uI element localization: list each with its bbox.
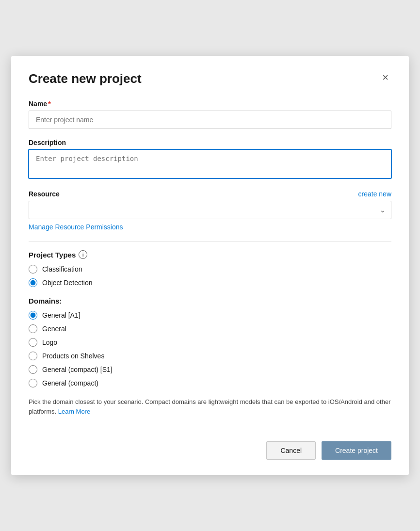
radio-item-general-compact-s1[interactable]: General (compact) [S1] [29, 365, 391, 374]
learn-more-link[interactable]: Learn More [58, 408, 90, 415]
resource-label: Resource [29, 190, 60, 198]
create-new-link[interactable]: create new [358, 190, 391, 198]
divider-1 [29, 241, 391, 241]
radio-general-a1[interactable] [29, 311, 37, 320]
radio-item-general-a1[interactable]: General [A1] [29, 311, 391, 320]
radio-item-logo[interactable]: Logo [29, 338, 391, 347]
dialog-title: Create new project [29, 71, 142, 86]
radio-logo[interactable] [29, 338, 37, 347]
hint-text: Pick the domain closest to your scenario… [29, 397, 391, 416]
name-input[interactable] [29, 111, 391, 129]
radio-general-compact[interactable] [29, 379, 37, 387]
resource-select-wrapper: ⌄ [29, 201, 391, 219]
dialog-header: Create new project × [29, 71, 391, 86]
close-button[interactable]: × [379, 71, 391, 84]
radio-products-on-shelves[interactable] [29, 352, 37, 360]
project-types-section: Project Types i Classification Object De… [29, 250, 391, 287]
name-field-group: Name* [29, 100, 391, 129]
project-types-title: Project Types i [29, 250, 391, 259]
radio-item-classification[interactable]: Classification [29, 265, 391, 274]
cancel-button[interactable]: Cancel [266, 441, 316, 460]
create-project-dialog: Create new project × Name* Description R… [11, 56, 409, 475]
project-types-radio-group: Classification Object Detection [29, 265, 391, 287]
object-detection-label: Object Detection [42, 279, 93, 287]
resource-header: Resource create new [29, 190, 391, 198]
radio-object-detection[interactable] [29, 278, 37, 287]
resource-select[interactable] [29, 201, 391, 219]
description-input[interactable] [29, 149, 391, 178]
radio-item-general[interactable]: General [29, 324, 391, 333]
general-compact-s1-label: General (compact) [S1] [42, 366, 113, 373]
radio-item-general-compact[interactable]: General (compact) [29, 379, 391, 387]
create-project-button[interactable]: Create project [322, 441, 391, 460]
radio-item-object-detection[interactable]: Object Detection [29, 278, 391, 287]
description-label: Description [29, 139, 391, 146]
dialog-footer: Cancel Create project [29, 434, 391, 460]
manage-permissions-link[interactable]: Manage Resource Permissions [29, 223, 123, 231]
radio-general-compact-s1[interactable] [29, 365, 37, 374]
info-icon: i [79, 250, 87, 259]
name-label: Name* [29, 100, 391, 108]
general-compact-label: General (compact) [42, 379, 98, 387]
logo-label: Logo [42, 338, 57, 346]
required-star: * [48, 100, 50, 108]
domains-radio-group: General [A1] General Logo Products on Sh… [29, 311, 391, 387]
domains-title: Domains: [29, 297, 391, 305]
domains-section: Domains: General [A1] General Logo Produ… [29, 297, 391, 387]
classification-label: Classification [42, 265, 82, 273]
resource-field-group: Resource create new ⌄ Manage Resource Pe… [29, 190, 391, 231]
general-label: General [42, 325, 66, 333]
general-a1-label: General [A1] [42, 311, 81, 319]
radio-general[interactable] [29, 324, 37, 333]
radio-item-products-on-shelves[interactable]: Products on Shelves [29, 352, 391, 360]
description-field-group: Description [29, 139, 391, 180]
radio-classification[interactable] [29, 265, 37, 274]
products-on-shelves-label: Products on Shelves [42, 352, 104, 360]
